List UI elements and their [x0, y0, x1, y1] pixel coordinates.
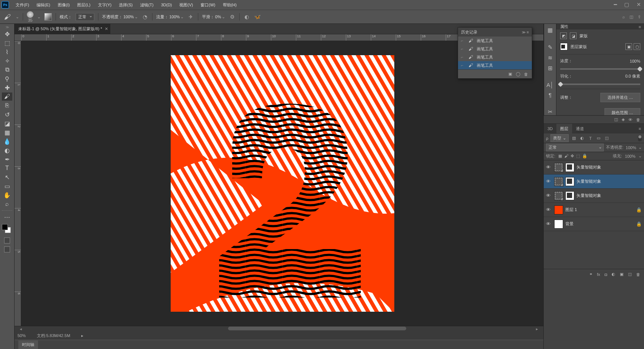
- menu-item[interactable]: 滤镜(T): [136, 0, 157, 10]
- history-item[interactable]: ⌐🖌画笔工具: [458, 37, 532, 45]
- pen-tool[interactable]: ✒: [2, 155, 12, 163]
- visibility-toggle[interactable]: 👁: [546, 207, 552, 213]
- vector-mask-icon[interactable]: ◪: [570, 32, 577, 39]
- new-document-from-state-icon[interactable]: ▣: [508, 72, 512, 76]
- eraser-tool[interactable]: ◪: [2, 119, 12, 128]
- status-expand-icon[interactable]: ▸: [81, 333, 83, 338]
- swatches-panel-icon[interactable]: ⊞: [546, 65, 554, 72]
- symmetry-icon[interactable]: 🦋: [254, 13, 261, 20]
- crop-tool[interactable]: ⧉: [2, 66, 12, 74]
- history-brush-tool[interactable]: ↺: [2, 110, 12, 119]
- pressure-size-icon[interactable]: ◐: [243, 13, 250, 20]
- path-selection-tool[interactable]: ↖: [2, 173, 12, 181]
- fill-value[interactable]: 100%: [625, 154, 635, 158]
- chevron-down-icon[interactable]: ⌄: [16, 15, 19, 19]
- modifier-keys-icon[interactable]: ✂: [546, 109, 554, 115]
- add-vector-mask-icon[interactable]: ▢: [634, 43, 640, 50]
- pressure-opacity-icon[interactable]: ◔: [142, 13, 148, 20]
- filter-type-select[interactable]: 类型⌄: [550, 134, 569, 142]
- lock-image-icon[interactable]: 🖌: [564, 154, 568, 158]
- layer-mask-thumbnail[interactable]: [565, 177, 574, 186]
- marquee-tool[interactable]: ⬚: [2, 39, 12, 47]
- layer-thumbnail[interactable]: [554, 220, 563, 229]
- menu-item[interactable]: 编辑(E): [33, 0, 54, 10]
- lock-position-icon[interactable]: ✥: [571, 154, 574, 158]
- clone-stamp-tool[interactable]: ⎘: [2, 101, 12, 110]
- layer-row[interactable]: 👁矢量智能对象: [544, 160, 644, 174]
- snapshot-icon[interactable]: ◯: [516, 72, 520, 76]
- history-item[interactable]: ⌐🖌画笔工具: [458, 53, 532, 61]
- flow-value[interactable]: 100%: [169, 15, 180, 19]
- layer-name[interactable]: 矢量智能对象: [577, 193, 601, 198]
- quickmask-button[interactable]: [4, 238, 10, 243]
- visibility-toggle[interactable]: 👁: [546, 221, 552, 227]
- smoothing-value[interactable]: 0%: [215, 15, 221, 19]
- filter-smart-icon[interactable]: ◫: [604, 135, 610, 141]
- layer-name[interactable]: 背景: [565, 221, 574, 227]
- history-item[interactable]: ⌐🖌画笔工具: [458, 61, 532, 69]
- collapse-panel-icon[interactable]: ≫ ≡: [522, 30, 529, 34]
- history-item[interactable]: ⌐🖌画笔工具: [458, 45, 532, 53]
- maximize-button[interactable]: ▢: [624, 1, 629, 7]
- menu-item[interactable]: 图像(I): [54, 0, 73, 10]
- add-mask-icon[interactable]: ▣: [625, 43, 632, 50]
- layer-name[interactable]: 图层 1: [565, 207, 577, 213]
- brush-panel-icon[interactable]: [44, 13, 52, 21]
- delete-layer-icon[interactable]: 🗑: [636, 272, 640, 277]
- edit-toolbar-icon[interactable]: ⋯: [2, 213, 12, 221]
- filter-type-icon[interactable]: T: [587, 135, 593, 141]
- add-mask-icon[interactable]: ◘: [604, 272, 607, 277]
- filter-image-icon[interactable]: ▧: [571, 135, 577, 141]
- layer-opacity-value[interactable]: 100%: [626, 145, 636, 150]
- horizontal-scrollbar[interactable]: ◂ ▸: [15, 326, 543, 331]
- airbrush-icon[interactable]: ✈: [187, 13, 194, 20]
- layer-thumbnail[interactable]: [554, 177, 563, 186]
- panel-menu-icon[interactable]: ≡: [639, 25, 641, 29]
- zoom-tool[interactable]: ⌕: [2, 200, 12, 208]
- lock-all-icon[interactable]: 🔒: [582, 154, 587, 158]
- chevron-down-icon[interactable]: ⌄: [222, 15, 225, 19]
- layer-thumbnail[interactable]: [554, 191, 563, 200]
- lock-artboard-icon[interactable]: ⬚: [576, 154, 580, 158]
- canvas[interactable]: [21, 41, 543, 326]
- type-tool[interactable]: T: [2, 164, 12, 172]
- brush-tool[interactable]: 🖌: [2, 92, 12, 101]
- blend-mode-select[interactable]: 正常: [546, 144, 604, 151]
- brush-settings-panel-icon[interactable]: ≋: [546, 54, 554, 61]
- layer-row[interactable]: 👁矢量智能对象: [544, 174, 644, 189]
- visibility-toggle[interactable]: 👁: [546, 193, 552, 198]
- layer-name[interactable]: 矢量智能对象: [577, 179, 601, 184]
- visibility-toggle[interactable]: 👁: [546, 164, 552, 170]
- pixel-mask-icon[interactable]: ◩: [560, 32, 567, 39]
- density-value[interactable]: 100%: [630, 59, 640, 63]
- layer-mask-thumbnail[interactable]: [565, 191, 574, 200]
- blend-mode-select[interactable]: 正常: [76, 13, 94, 21]
- hand-tool[interactable]: ✋: [2, 191, 12, 199]
- menu-item[interactable]: 图层(L): [73, 0, 94, 10]
- timeline-panel-tab[interactable]: 时间轴: [15, 340, 543, 349]
- frame-icon[interactable]: ◫: [629, 15, 633, 19]
- visibility-toggle[interactable]: 👁: [546, 179, 552, 184]
- foreground-color[interactable]: [2, 224, 8, 230]
- delete-state-icon[interactable]: 🗑: [524, 72, 528, 76]
- menu-item[interactable]: 帮助(H): [219, 0, 240, 10]
- brushes-panel-icon[interactable]: ✎: [546, 44, 554, 51]
- chevron-down-icon[interactable]: ⌄: [37, 15, 41, 19]
- menu-item[interactable]: 视图(V): [176, 0, 197, 10]
- tab-channels[interactable]: 通道: [572, 124, 588, 133]
- filter-shape-icon[interactable]: ▭: [596, 135, 602, 141]
- new-adjustment-icon[interactable]: ◐: [612, 272, 615, 277]
- tab-3d[interactable]: 3D: [544, 124, 556, 133]
- search-icon[interactable]: ⌕: [622, 15, 625, 19]
- magic-wand-tool[interactable]: ✧: [2, 57, 12, 65]
- layer-thumbnail[interactable]: [554, 163, 563, 172]
- chevron-down-icon[interactable]: ⌄: [180, 15, 184, 19]
- layer-row[interactable]: 👁图层 1🔒: [544, 203, 644, 217]
- menu-item[interactable]: 文字(Y): [94, 0, 116, 10]
- brush-preview[interactable]: 35: [27, 11, 34, 22]
- tab-layers[interactable]: 图层: [556, 124, 572, 133]
- paragraph-panel-icon[interactable]: ¶: [546, 92, 554, 98]
- fx-visibility-icon[interactable]: ◫: [614, 117, 618, 122]
- gradient-tool[interactable]: ▦: [2, 128, 12, 136]
- menu-item[interactable]: 3D(D): [157, 0, 176, 10]
